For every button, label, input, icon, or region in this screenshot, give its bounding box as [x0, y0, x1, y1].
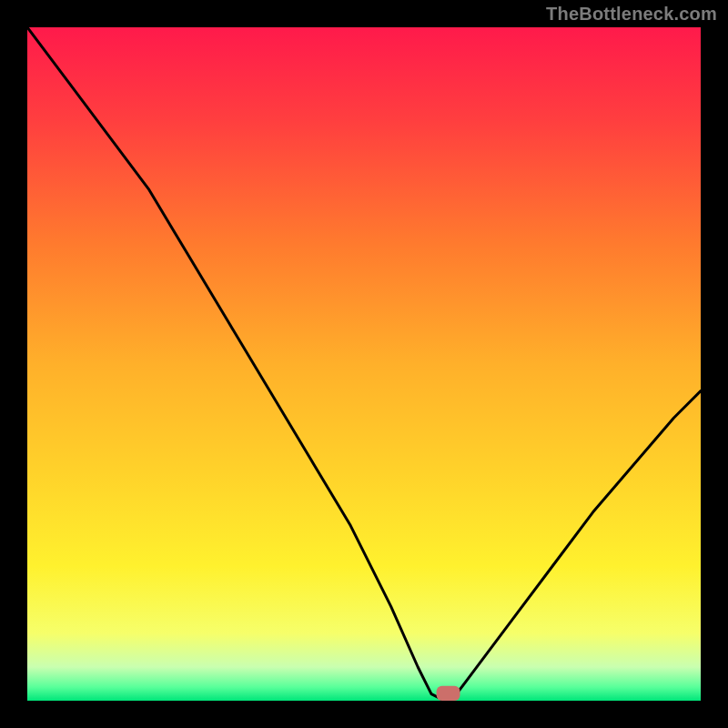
attribution-text: TheBottleneck.com — [546, 4, 717, 25]
optimal-marker — [437, 686, 460, 701]
gradient-background — [27, 27, 701, 701]
bottleneck-chart — [27, 27, 701, 701]
chart-container: TheBottleneck.com — [0, 0, 728, 728]
